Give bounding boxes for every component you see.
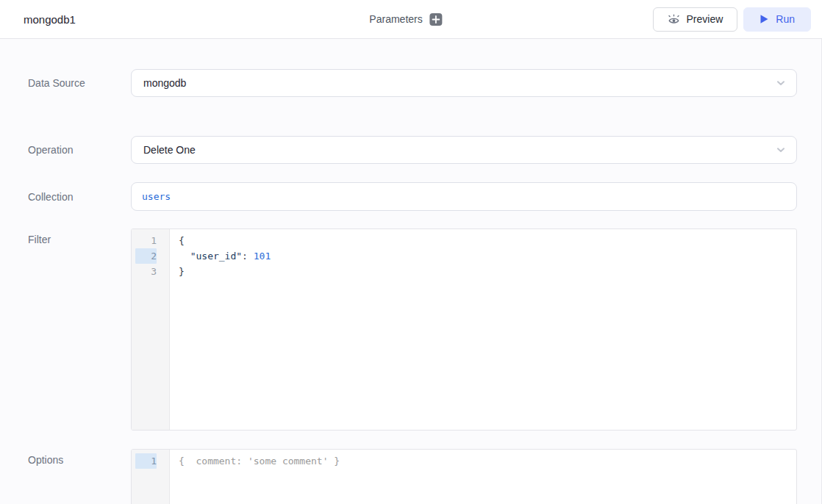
preview-button[interactable]: Preview bbox=[653, 7, 738, 32]
filter-editor-gutter: 1 2 3 bbox=[132, 229, 170, 430]
line-number-active: 1 bbox=[135, 453, 157, 469]
code-token-key: "user_id" bbox=[190, 251, 242, 262]
options-editor-gutter: 1 bbox=[132, 450, 170, 504]
query-title: mongodb1 bbox=[24, 13, 76, 26]
chevron-down-icon bbox=[775, 77, 787, 89]
chevron-down-icon bbox=[775, 144, 787, 156]
header-actions: Preview Run bbox=[653, 7, 811, 32]
operation-label: Operation bbox=[28, 144, 131, 156]
options-code-area[interactable]: { comment: 'some comment' } bbox=[170, 450, 796, 504]
collection-value: users bbox=[142, 191, 171, 202]
collection-row: Collection users bbox=[28, 182, 797, 211]
code-token: { bbox=[179, 235, 185, 246]
data-source-select[interactable]: mongodb bbox=[131, 69, 797, 97]
play-icon bbox=[760, 14, 769, 24]
code-token-value: 101 bbox=[254, 251, 271, 262]
operation-row: Operation Delete One bbox=[28, 136, 797, 164]
collection-input[interactable]: users bbox=[131, 182, 797, 211]
data-source-value: mongodb bbox=[143, 77, 186, 89]
filter-label: Filter bbox=[28, 228, 131, 245]
operation-select[interactable]: Delete One bbox=[131, 136, 797, 164]
code-token: } bbox=[179, 266, 185, 277]
parameters-label: Parameters bbox=[369, 13, 422, 25]
options-label: Options bbox=[28, 449, 131, 466]
add-parameter-button[interactable] bbox=[430, 13, 443, 26]
filter-code-area[interactable]: { "user_id": 101 } bbox=[170, 229, 796, 430]
data-source-row: Data Source mongodb bbox=[28, 69, 797, 97]
eye-icon bbox=[668, 14, 680, 25]
filter-row: Filter 1 2 3 { "user_id": 101 } bbox=[28, 228, 797, 431]
code-indent bbox=[179, 251, 190, 262]
line-number-active: 2 bbox=[135, 248, 157, 264]
data-source-label: Data Source bbox=[28, 77, 131, 89]
run-button-label: Run bbox=[776, 13, 795, 25]
collection-label: Collection bbox=[28, 191, 131, 203]
operation-value: Delete One bbox=[143, 144, 196, 156]
query-header: mongodb1 Parameters Preview Run bbox=[0, 0, 822, 39]
preview-button-label: Preview bbox=[687, 13, 723, 25]
options-code-editor[interactable]: 1 { comment: 'some comment' } bbox=[131, 449, 797, 504]
run-button[interactable]: Run bbox=[743, 7, 811, 32]
query-editor-form: Data Source mongodb Operation Delete One… bbox=[0, 39, 822, 504]
line-number: 3 bbox=[135, 264, 157, 279]
line-number: 1 bbox=[135, 233, 157, 248]
options-placeholder: { comment: 'some comment' } bbox=[179, 456, 340, 467]
parameters-section: Parameters bbox=[369, 0, 442, 38]
options-row: Options 1 { comment: 'some comment' } bbox=[28, 449, 797, 504]
code-token-separator: : bbox=[242, 251, 254, 262]
filter-code-editor[interactable]: 1 2 3 { "user_id": 101 } bbox=[131, 228, 797, 431]
plus-icon bbox=[432, 15, 440, 24]
